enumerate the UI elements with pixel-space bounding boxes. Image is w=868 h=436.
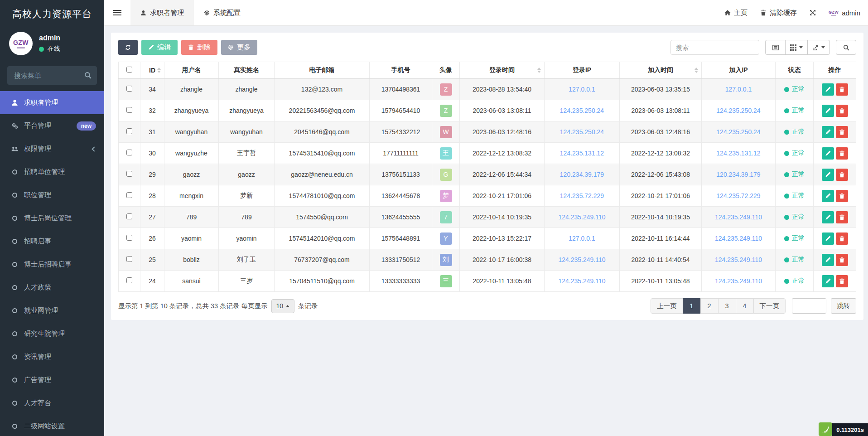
edit-row-button[interactable] [822,126,834,138]
column-header-id[interactable]: ID [140,62,164,79]
search-icon[interactable] [84,72,92,79]
fullscreen-button[interactable] [810,10,816,16]
join-ip-link[interactable]: 124.235.250.24 [716,128,760,136]
sidebar-item-1[interactable]: 平台管理new [0,114,104,137]
prev-page-button[interactable]: 上一页 [651,298,683,314]
login-ip-link[interactable]: 124.235.131.12 [560,150,604,157]
row-checkbox[interactable] [126,86,132,92]
edit-row-button[interactable] [822,105,834,117]
edit-row-button[interactable] [822,275,834,287]
delete-row-button[interactable] [836,126,848,138]
sidebar-item-11[interactable]: 资讯管理 [0,345,104,368]
delete-row-button[interactable] [836,233,848,245]
column-header-login_time[interactable]: 登录时间 [460,62,545,79]
row-checkbox[interactable] [126,107,132,113]
sidebar-item-0[interactable]: 求职者管理 [0,91,104,114]
sidebar-item-13[interactable]: 人才荐台 [0,392,104,415]
join-ip-link[interactable]: 124.235.249.110 [715,213,762,221]
login-ip-link[interactable]: 127.0.0.1 [569,86,595,93]
sidebar-item-2[interactable]: 权限管理 [0,137,104,160]
page-button-2[interactable]: 2 [700,298,719,314]
home-link[interactable]: 主页 [724,9,747,17]
delete-row-button[interactable] [836,83,848,96]
edit-button[interactable]: 编辑 [141,40,178,55]
columns-button[interactable] [785,40,808,55]
edit-row-button[interactable] [822,147,834,160]
delete-row-button[interactable] [836,169,848,181]
row-checkbox[interactable] [126,213,132,219]
user-menu[interactable]: GZW admin [829,9,860,17]
column-header-join_time[interactable]: 加入时间 [620,62,702,79]
join-ip-link[interactable]: 124.235.249.110 [715,277,762,285]
row-checkbox[interactable] [126,256,132,262]
sidebar-item-5[interactable]: 博士后岗位管理 [0,207,104,230]
delete-row-button[interactable] [836,190,848,202]
sort-icon[interactable] [694,68,698,73]
page-button-4[interactable]: 4 [736,298,754,314]
sidebar-search-input[interactable] [7,66,97,85]
tab-0[interactable]: 求职者管理 [130,0,194,25]
search-button[interactable] [836,40,856,55]
login-ip-link[interactable]: 124.235.72.229 [560,192,604,199]
more-button[interactable]: 更多 [221,40,257,55]
edit-row-button[interactable] [822,233,834,245]
join-ip-link[interactable]: 124.235.250.24 [716,107,760,114]
row-checkbox[interactable] [126,235,132,241]
sidebar-item-7[interactable]: 博士后招聘启事 [0,253,104,276]
sidebar-item-4[interactable]: 职位管理 [0,184,104,207]
login-ip-link[interactable]: 124.235.249.110 [558,256,605,263]
sidebar-item-10[interactable]: 研究生院管理 [0,322,104,345]
sort-icon[interactable] [537,68,541,73]
join-ip-link[interactable]: 127.0.0.1 [725,86,752,93]
page-button-1[interactable]: 1 [683,298,701,314]
row-checkbox[interactable] [126,277,132,283]
select-all-checkbox[interactable] [126,67,132,73]
delete-row-button[interactable] [836,147,848,160]
login-ip-link[interactable]: 120.234.39.179 [560,171,604,178]
login-ip-link[interactable]: 124.235.250.24 [560,128,604,136]
login-ip-link[interactable]: 127.0.0.1 [569,235,595,242]
join-ip-link[interactable]: 120.234.39.179 [716,171,760,178]
join-ip-link[interactable]: 124.235.249.110 [715,235,762,242]
sidebar-toggle-button[interactable] [104,0,130,25]
next-page-button[interactable]: 下一页 [753,298,786,314]
sidebar-item-3[interactable]: 招聘单位管理 [0,160,104,184]
row-checkbox[interactable] [126,171,132,177]
clear-cache-link[interactable]: 清除缓存 [760,9,797,17]
page-size-select[interactable]: 10 [271,299,295,313]
edit-row-button[interactable] [822,254,834,266]
export-button[interactable] [807,40,830,55]
table-row-25: 25bobllz刘子玉76737207@qq.com13331750512刘20… [119,249,856,271]
sidebar-item-14[interactable]: 二级网站设置 [0,415,104,436]
refresh-button[interactable] [118,40,138,55]
edit-row-button[interactable] [822,190,834,202]
row-checkbox[interactable] [126,128,132,134]
login-ip-link[interactable]: 124.235.249.110 [558,213,605,221]
delete-row-button[interactable] [836,254,848,266]
row-checkbox[interactable] [126,192,132,198]
edit-row-button[interactable] [822,169,834,181]
delete-row-button[interactable] [836,211,848,223]
delete-row-button[interactable] [836,275,848,287]
delete-row-button[interactable] [836,105,848,117]
login-ip-link[interactable]: 124.235.249.110 [558,277,605,285]
row-checkbox[interactable] [126,150,132,155]
sidebar-item-12[interactable]: 广告管理 [0,368,104,392]
join-ip-link[interactable]: 124.235.249.110 [715,256,762,263]
sidebar-item-6[interactable]: 招聘启事 [0,230,104,253]
sidebar-item-8[interactable]: 人才政策 [0,276,104,299]
detail-view-button[interactable] [765,40,786,55]
join-ip-link[interactable]: 124.235.72.229 [716,192,760,199]
sidebar-item-9[interactable]: 就业网管理 [0,299,104,322]
login-ip-link[interactable]: 124.235.250.24 [560,107,604,114]
sort-icon[interactable] [157,68,161,73]
delete-button[interactable]: 删除 [181,40,217,55]
edit-row-button[interactable] [822,211,834,223]
page-button-3[interactable]: 3 [718,298,736,314]
join-ip-link[interactable]: 124.235.131.12 [716,150,760,157]
tab-1[interactable]: 系统配置 [194,0,251,25]
jump-button[interactable]: 跳转 [831,298,856,314]
jump-page-input[interactable] [792,298,826,314]
table-search-input[interactable] [670,40,759,55]
edit-row-button[interactable] [822,83,834,96]
